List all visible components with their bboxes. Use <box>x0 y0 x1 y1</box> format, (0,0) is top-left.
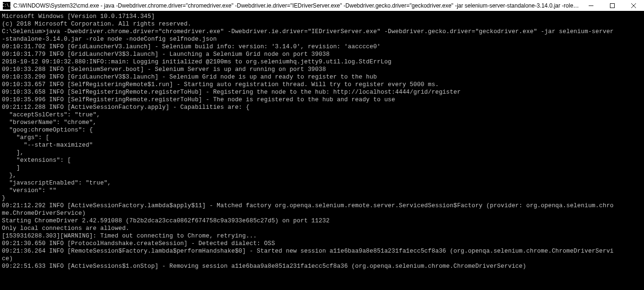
terminal-line: "extensions": [ <box>2 157 643 164</box>
terminal-line: 09:10:33.290 INFO [GridLauncherV3$3.laun… <box>2 73 643 81</box>
close-button[interactable] <box>623 0 644 11</box>
terminal-line: 09:21:30.650 INFO [ProtocolHandshake.cre… <box>2 240 643 247</box>
terminal-line: 2018-10-12 09:10:32.880:INFO::main: Logg… <box>2 58 643 66</box>
terminal-line: 09:10:33.657 INFO [SelfRegisteringRemote… <box>2 81 643 88</box>
terminal-line: } <box>2 194 643 202</box>
terminal-line: (c) 2018 Microsoft Corporation. All righ… <box>2 20 643 28</box>
cmd-icon: C:\. <box>3 2 10 9</box>
terminal-line: "--start-maximized" <box>2 141 643 149</box>
terminal-line: "browserName": "chrome", <box>2 119 643 126</box>
terminal-line: -standalone-3.14.0.jar -role node -nodeC… <box>2 35 643 43</box>
terminal-line: 09:10:35.996 INFO [SelfRegisteringRemote… <box>2 96 643 104</box>
terminal-line: "javascriptEnabled": "true", <box>2 179 643 187</box>
terminal-line: 09:21:12.292 INFO [ActiveSessionFactory.… <box>2 202 643 210</box>
terminal-line: [1539316288.303][WARNING]: Timed out con… <box>2 232 643 240</box>
terminal-line: "acceptSslCerts": "true", <box>2 111 643 119</box>
terminal-line: me.ChromeDriverService) <box>2 210 643 217</box>
terminal-output[interactable]: Microsoft Windows [Version 10.0.17134.34… <box>0 11 644 271</box>
terminal-line: "version": "" <box>2 187 643 194</box>
terminal-line: 09:22:51.633 INFO [ActiveSessions$1.onSt… <box>2 263 643 270</box>
terminal-line: }, <box>2 172 643 179</box>
terminal-line: 09:10:33.658 INFO [SelfRegisteringRemote… <box>2 88 643 96</box>
svg-rect-1 <box>610 3 614 8</box>
terminal-line: ], <box>2 149 643 157</box>
terminal-line: 09:10:33.288 INFO [SeleniumServer.boot] … <box>2 66 643 73</box>
terminal-line: ] <box>2 164 643 172</box>
window-title: C:\WINDOWS\System32\cmd.exe - java -Dweb… <box>13 2 580 9</box>
terminal-line: Only local connections are allowed. <box>2 225 643 232</box>
terminal-line: "goog:chromeOptions": { <box>2 126 643 134</box>
terminal-line: C:\Selenium>java -Dwebdriver.chrome.driv… <box>2 28 643 35</box>
terminal-line: Microsoft Windows [Version 10.0.17134.34… <box>2 13 643 20</box>
terminal-line: Starting ChromeDriver 2.42.591088 (7b2b2… <box>2 217 643 225</box>
window-titlebar[interactable]: C:\. C:\WINDOWS\System32\cmd.exe - java … <box>0 0 644 11</box>
terminal-line: 09:21:12.288 INFO [ActiveSessionFactory.… <box>2 104 643 111</box>
terminal-line: 09:21:36.264 INFO [RemoteSession$Factory… <box>2 247 643 255</box>
window-controls <box>580 0 644 11</box>
terminal-line: 09:10:31.702 INFO [GridLauncherV3.launch… <box>2 43 643 51</box>
maximize-button[interactable] <box>601 0 623 11</box>
terminal-line: "args": [ <box>2 134 643 141</box>
terminal-line: 09:10:31.779 INFO [GridLauncherV3$3.laun… <box>2 51 643 58</box>
minimize-button[interactable] <box>580 0 601 11</box>
terminal-line: ce) <box>2 255 643 263</box>
